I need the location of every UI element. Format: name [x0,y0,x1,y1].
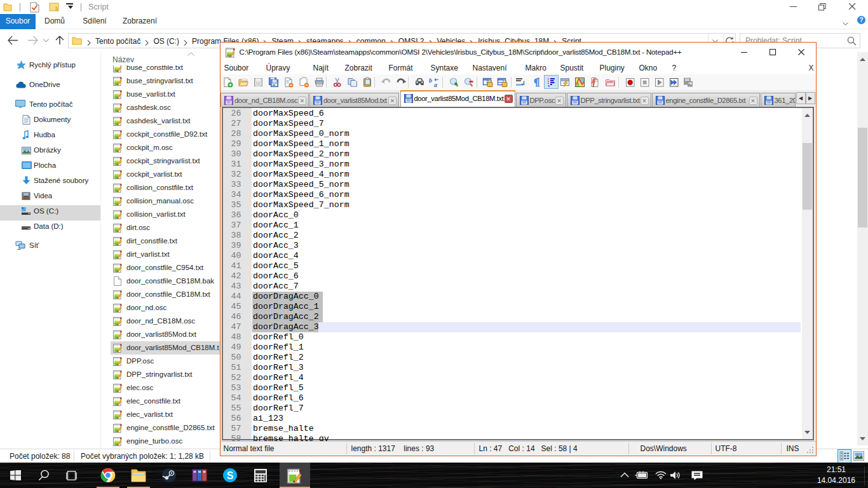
svg-text:S: S [227,470,234,481]
svg-text:a: a [434,81,437,88]
svg-text:b: b [429,77,432,84]
